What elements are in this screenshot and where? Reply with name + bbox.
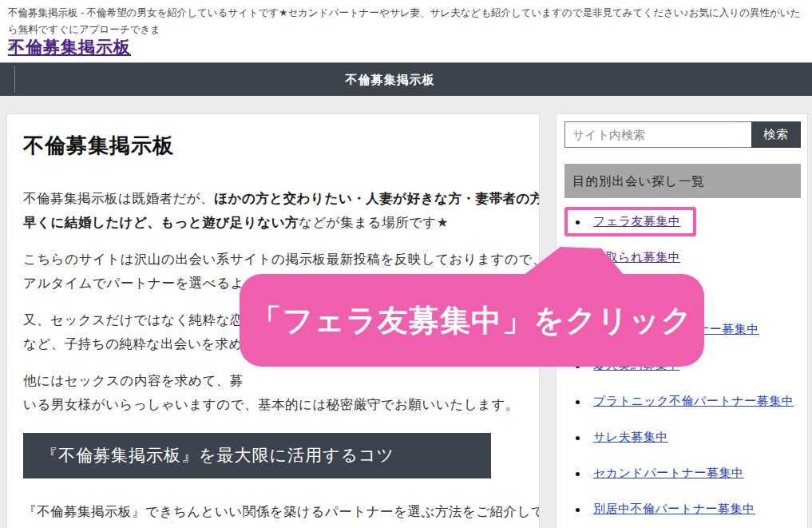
link-fella-tomo[interactable]: フェラ友募集中 — [593, 214, 681, 229]
intro-paragraph: 不倫募集掲示板は既婚者だが、ほかの方と交わりたい・人妻が好きな方・妻帯者の方・ … — [23, 186, 523, 234]
secrecy-paragraph: 他にはセックスの内容を求めて、募 いる男女様がいらっしゃいますので、基本的には秘… — [23, 368, 523, 416]
p5-line2: りますので、是非ごらんになってください。 — [23, 523, 523, 528]
p2-line1: こちらのサイトは沢山の出会い系サイトの掲示板最新投稿を反映しておりますので、リ — [23, 247, 523, 271]
p1-bold2: 早くに結婚したけど、もっと遊び足りない方 — [23, 215, 299, 229]
list-item-bekkyo: 別居中不倫パートナー募集中 — [564, 492, 799, 528]
list-item-fella-tomo: フェラ友募集中 — [564, 204, 799, 240]
p1-bold1: ほかの方と交わりたい・人妻が好きな方・妻帯者の方・ — [214, 191, 540, 205]
list-item-platonic: プラトニック不倫パートナー募集中 — [564, 384, 799, 420]
p1-pre: 不倫募集掲示板は既婚者だが、 — [23, 191, 214, 205]
page-title: 不倫募集掲示板 — [23, 132, 523, 160]
list-item-second-partner: セカンドパートナー募集中 — [564, 456, 799, 492]
link-second-partner[interactable]: セカンドパートナー募集中 — [593, 466, 743, 481]
category-list-header: 目的別出会い探し一覧 — [564, 164, 801, 198]
search-button[interactable]: 検索 — [751, 121, 801, 148]
tips-paragraph: 『不倫募集掲示板』できちんといい関係を築けるパートナーを選ぶ方法をご紹介してお … — [23, 499, 523, 528]
link-partner-fragment[interactable]: ナー募集中 — [697, 322, 759, 337]
site-title-link[interactable]: 不倫募集掲示板 — [8, 36, 131, 58]
link-sareo[interactable]: サレ夫募集中 — [593, 430, 668, 445]
nav-bar: 不倫募集掲示板 — [0, 62, 812, 96]
p5-line1: 『不倫募集掲示板』できちんといい関係を築けるパートナーを選ぶ方法をご紹介してお — [23, 499, 523, 523]
annotation-callout: 「フェラ友募集中」をクリック — [240, 274, 704, 367]
site-search: 検索 — [564, 121, 801, 148]
p1-post: などが集まる場所です★ — [299, 215, 449, 229]
nav-title: 不倫募集掲示板 — [0, 63, 780, 97]
site-description-line1: 不倫募集掲示板 - 不倫希望の男女を紹介しているサイトです★セカンドパートナーや… — [8, 5, 808, 38]
p4-line2: いる男女様がいらっしゃいますので、基本的には秘密厳守でお願いいたします。 — [23, 392, 523, 416]
link-platonic[interactable]: プラトニック不倫パートナー募集中 — [593, 394, 794, 409]
p4-line1: 他にはセックスの内容を求めて、募 — [23, 368, 523, 392]
link-bekkyo[interactable]: 別居中不倫パートナー募集中 — [593, 502, 755, 517]
section-heading-box: 『不倫募集掲示板』を最大限に活用するコツ — [23, 433, 491, 478]
page: 不倫募集掲示板 - 不倫希望の男女を紹介しているサイトです★セカンドパートナーや… — [0, 0, 812, 528]
search-input[interactable] — [564, 121, 751, 148]
list-item-sareo: サレ夫募集中 — [564, 420, 799, 456]
